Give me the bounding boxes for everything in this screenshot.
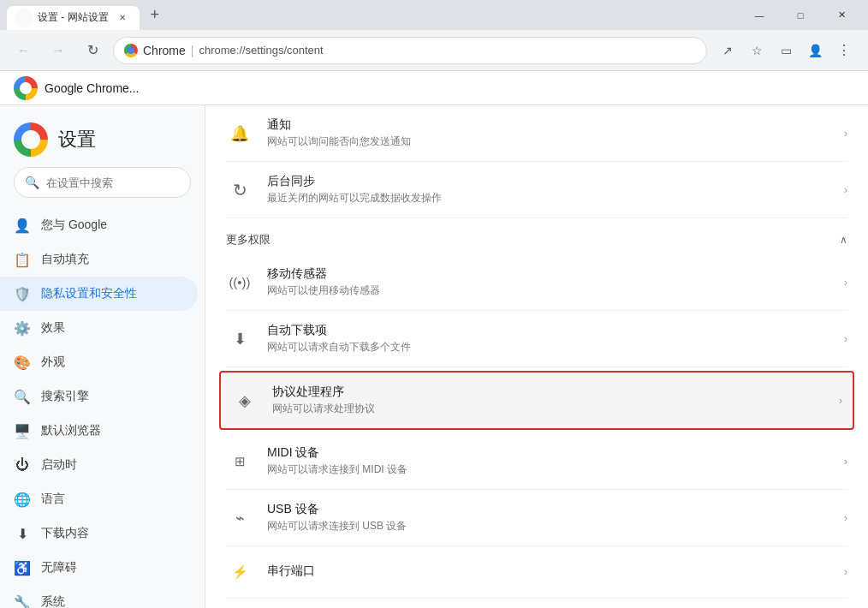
sidebar-item-browser[interactable]: 🖥️ 默认浏览器 — [0, 414, 198, 448]
browser-icon: 🖥️ — [14, 422, 31, 439]
forward-button[interactable]: → — [45, 37, 72, 64]
motion-sensors-icon: ((•)) — [226, 269, 253, 296]
split-view-button[interactable]: ▭ — [772, 37, 800, 64]
serial-title: 串行端口 — [267, 563, 830, 579]
sidebar-item-privacy[interactable]: 🛡️ 隐私设置和安全性 — [0, 277, 198, 311]
protocol-handlers-icon: ◈ — [231, 387, 259, 414]
motion-sensors-desc: 网站可以使用移动传感器 — [267, 283, 830, 298]
sidebar-item-language[interactable]: 🌐 语言 — [0, 482, 198, 516]
midi-title: MIDI 设备 — [267, 445, 830, 461]
share-button[interactable]: ↗ — [714, 37, 741, 64]
sidebar-item-appearance[interactable]: 🎨 外观 — [0, 345, 198, 379]
serial-arrow: › — [844, 566, 847, 578]
google-bar: Google Chrome... — [0, 71, 868, 105]
google-icon: 👤 — [14, 217, 31, 234]
background-sync-icon: ↻ — [226, 176, 253, 204]
sidebar-item-autofill[interactable]: 📋 自动填充 — [0, 242, 198, 277]
highlighted-item-wrapper: ◈ 协议处理程序 网站可以请求处理协议 › — [205, 367, 868, 433]
effects-icon: ⚙️ — [14, 319, 31, 337]
notifications-desc: 网站可以询问能否向您发送通知 — [267, 134, 830, 149]
address-bar[interactable]: Chrome | chrome://settings/content — [113, 37, 707, 64]
motion-sensors-title: 移动传感器 — [267, 266, 830, 282]
background-sync-arrow: › — [844, 184, 847, 196]
content-item-usb[interactable]: ⌁ USB 设备 网站可以请求连接到 USB 设备 › — [226, 490, 847, 546]
more-permissions-header: 更多权限 ∧ — [205, 218, 868, 254]
active-tab[interactable]: 设置 - 网站设置 ✕ — [7, 6, 140, 30]
sidebar-item-system[interactable]: 🔧 系统 — [0, 585, 198, 608]
sidebar-item-accessibility[interactable]: ♿ 无障碍 — [0, 551, 198, 585]
sidebar-label-accessibility: 无障碍 — [41, 560, 77, 575]
autofill-icon: 📋 — [14, 251, 31, 268]
google-logo — [14, 76, 38, 100]
search-icon: 🔍 — [25, 176, 39, 189]
search-box[interactable]: 🔍 — [14, 167, 191, 198]
background-sync-text: 后台同步 最近关闭的网站可以完成数据收发操作 — [267, 174, 830, 206]
content-item-protocol-handlers[interactable]: ◈ 协议处理程序 网站可以请求处理协议 › — [219, 371, 854, 430]
titlebar-left: 设置 - 网站设置 ✕ + — [7, 3, 167, 27]
content-item-background-sync[interactable]: ↻ 后台同步 最近关闭的网站可以完成数据收发操作 › — [226, 162, 847, 218]
motion-sensors-arrow: › — [844, 277, 847, 289]
chevron-up-icon[interactable]: ∧ — [840, 234, 847, 246]
content-item-serial[interactable]: ⚡ 串行端口 › — [226, 546, 847, 599]
more-permissions-label: 更多权限 — [226, 232, 271, 247]
background-sync-desc: 最近关闭的网站可以完成数据收发操作 — [267, 191, 830, 206]
notifications-text: 通知 网站可以询问能否向您发送通知 — [267, 117, 830, 149]
minimize-button[interactable]: — — [740, 2, 779, 29]
sidebar-item-google[interactable]: 👤 您与 Google — [0, 208, 198, 242]
account-button[interactable]: 👤 — [801, 37, 829, 64]
chrome-favicon — [124, 44, 138, 57]
address-content: Chrome | chrome://settings/content — [124, 44, 696, 57]
auto-downloads-text: 自动下载项 网站可以请求自动下载多个文件 — [267, 323, 830, 355]
midi-arrow: › — [844, 456, 847, 468]
tab-label: 设置 - 网站设置 — [38, 10, 109, 25]
sidebar-label-appearance: 外观 — [41, 355, 65, 370]
titlebar: 设置 - 网站设置 ✕ + — □ ✕ — [0, 0, 868, 30]
notifications-icon: 🔔 — [226, 120, 253, 147]
google-bar-text: Google Chrome... — [45, 81, 140, 95]
serial-text: 串行端口 — [267, 563, 830, 581]
auto-downloads-arrow: › — [844, 333, 847, 345]
content-item-auto-downloads[interactable]: ⬇ 自动下载项 网站可以请求自动下载多个文件 › — [226, 311, 847, 367]
close-button[interactable]: ✕ — [822, 2, 861, 29]
privacy-icon: 🛡️ — [14, 285, 31, 302]
notifications-title: 通知 — [267, 117, 830, 133]
more-permissions-section: ((•)) 移动传感器 网站可以使用移动传感器 › ⬇ 自动下载项 网站可以请求… — [205, 254, 868, 367]
address-separator: | — [191, 44, 194, 57]
sidebar-label-startup: 启动时 — [41, 457, 77, 473]
content-item-midi[interactable]: ⊞ MIDI 设备 网站可以请求连接到 MIDI 设备 › — [226, 433, 847, 490]
midi-icon: ⊞ — [226, 448, 253, 475]
protocol-handlers-title: 协议处理程序 — [272, 384, 825, 400]
usb-text: USB 设备 网站可以请求连接到 USB 设备 — [267, 502, 830, 533]
bookmark-button[interactable]: ☆ — [743, 37, 770, 64]
protocol-handlers-arrow: › — [839, 395, 842, 407]
navbar: ← → ↻ Chrome | chrome://settings/content… — [0, 30, 868, 71]
serial-icon: ⚡ — [226, 558, 253, 586]
sidebar-label-search: 搜索引擎 — [41, 389, 89, 404]
content-item-motion-sensors[interactable]: ((•)) 移动传感器 网站可以使用移动传感器 › — [226, 254, 847, 311]
startup-icon: ⏻ — [14, 456, 31, 474]
top-section: 🔔 通知 网站可以询问能否向您发送通知 › ↻ 后台同步 最近关闭的网站可以完成… — [205, 105, 868, 218]
menu-button[interactable]: ⋮ — [830, 37, 858, 64]
tab-close-button[interactable]: ✕ — [116, 11, 129, 25]
sidebar-header: 设置 — [0, 105, 205, 167]
accessibility-icon: ♿ — [14, 559, 31, 576]
new-tab-button[interactable]: + — [143, 3, 167, 27]
sidebar-item-startup[interactable]: ⏻ 启动时 — [0, 448, 198, 482]
sidebar-label-effects: 效果 — [41, 320, 65, 336]
search-engine-icon: 🔍 — [14, 388, 31, 405]
sidebar-label-language: 语言 — [41, 492, 65, 507]
sidebar-item-downloads[interactable]: ⬇ 下载内容 — [0, 516, 198, 551]
content-item-notifications[interactable]: 🔔 通知 网站可以询问能否向您发送通知 › — [226, 105, 847, 162]
content-area: 🔔 通知 网站可以询问能否向您发送通知 › ↻ 后台同步 最近关闭的网站可以完成… — [205, 105, 868, 608]
sidebar-item-search[interactable]: 🔍 搜索引擎 — [0, 379, 198, 414]
sidebar-label-google: 您与 Google — [41, 218, 107, 233]
search-input[interactable] — [46, 176, 190, 189]
maximize-button[interactable]: □ — [781, 2, 820, 29]
window-controls: — □ ✕ — [740, 2, 861, 29]
reload-button[interactable]: ↻ — [79, 37, 106, 64]
auto-downloads-title: 自动下载项 — [267, 323, 830, 338]
sidebar-item-effects[interactable]: ⚙️ 效果 — [0, 311, 198, 345]
motion-sensors-text: 移动传感器 网站可以使用移动传感器 — [267, 266, 830, 298]
notifications-arrow: › — [844, 128, 847, 140]
back-button[interactable]: ← — [10, 37, 38, 64]
